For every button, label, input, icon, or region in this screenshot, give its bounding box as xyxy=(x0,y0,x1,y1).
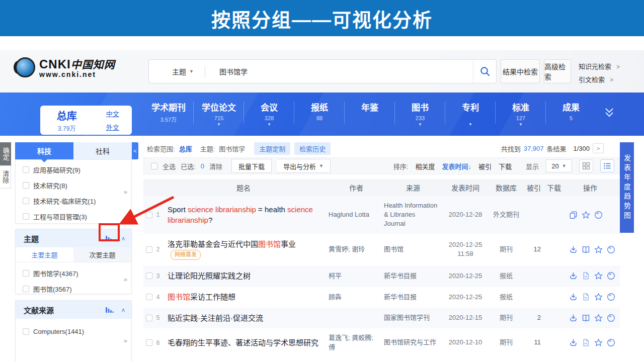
filter-option[interactable]: Computers(1441) xyxy=(23,328,131,335)
author-cell[interactable]: 黄雪婷; 谢玲 xyxy=(329,245,384,254)
star-button[interactable] xyxy=(594,293,603,301)
knowledge-search-link[interactable]: 知识元检索> xyxy=(579,61,620,71)
quote-button[interactable]: ” xyxy=(607,314,615,322)
clear-button[interactable]: 清除 xyxy=(0,165,11,189)
download-button[interactable] xyxy=(569,293,578,301)
download-button[interactable] xyxy=(569,338,578,347)
result-title-link[interactable]: Sport science librarianship = health sci… xyxy=(164,204,329,226)
quote-button[interactable]: ” xyxy=(607,245,615,254)
checkbox[interactable] xyxy=(23,286,29,292)
tab-sheke[interactable]: 社科 xyxy=(73,142,132,159)
doc-button[interactable] xyxy=(582,338,590,347)
nav-tab-报纸[interactable]: 报纸88 xyxy=(294,101,345,132)
grid-view-button[interactable] xyxy=(579,159,593,172)
search-button[interactable] xyxy=(473,60,496,83)
search-field-dropdown[interactable]: 主题 ▼ xyxy=(149,66,205,76)
expand-more-button[interactable]: » xyxy=(124,337,126,344)
quote-button[interactable]: ” xyxy=(607,272,615,280)
download-button[interactable] xyxy=(569,314,578,322)
star-button[interactable] xyxy=(594,245,603,254)
download-button[interactable] xyxy=(569,245,578,254)
clear-selection-button[interactable]: 清除 xyxy=(209,161,222,171)
copy-button[interactable] xyxy=(569,211,578,219)
cnki-logo[interactable]: CNKI中国知网 www.cnki.net xyxy=(15,56,115,78)
result-title-link[interactable]: 贴近实践·关注前沿·促进交流 xyxy=(164,313,329,324)
filter-option[interactable]: 工程与项目管理(3) xyxy=(23,212,131,221)
nav-more-chevron[interactable] xyxy=(602,107,617,122)
nav-tab-年鉴[interactable]: 年鉴 xyxy=(345,101,395,132)
sort-option-相关度[interactable]: 相关度 xyxy=(415,161,435,171)
cited-count-cell[interactable]: 12 xyxy=(524,245,544,254)
cited-count-cell[interactable]: 2 xyxy=(524,313,544,322)
checkbox[interactable] xyxy=(146,339,152,346)
sidebar-collapse-handle[interactable]: < xyxy=(132,142,138,159)
checkbox[interactable] xyxy=(146,212,152,218)
checkbox[interactable] xyxy=(23,182,29,189)
source-cell[interactable]: 图书馆研究与工作 xyxy=(384,338,442,347)
filter-option[interactable]: 应用基础研究(9) xyxy=(23,165,131,174)
nav-tab-会议[interactable]: 会议328▼ xyxy=(244,101,294,132)
publish-trend-tab[interactable]: 发表年度趋势图 xyxy=(620,142,634,233)
filter-option[interactable]: 图书馆学(4367) xyxy=(23,268,131,278)
bar-chart-icon[interactable] xyxy=(105,306,114,314)
result-title-link[interactable]: 让理论阳光照耀实践之树 xyxy=(164,270,329,282)
bar-chart-icon[interactable] xyxy=(105,235,114,242)
book-button[interactable] xyxy=(582,245,590,254)
result-title-link[interactable]: 洛克菲勒基金会与近代中国图书馆事业网络首发 xyxy=(164,239,329,261)
doc-button[interactable] xyxy=(582,293,590,301)
author-cell[interactable]: 顾犇 xyxy=(329,293,384,302)
sort-option-被引[interactable]: 被引 xyxy=(478,161,492,171)
star-button[interactable] xyxy=(594,272,603,280)
sort-option-发表时间[interactable]: 发表时间↓ xyxy=(442,161,471,171)
doc-button[interactable] xyxy=(582,272,590,280)
topic-custom-button[interactable]: 主题定制 xyxy=(254,142,290,155)
nav-tab-标准[interactable]: 标准127▼ xyxy=(496,101,546,132)
nav-tab-专利[interactable]: 专利▼ xyxy=(445,101,496,132)
author-cell[interactable]: 柯平 xyxy=(329,272,384,281)
star-button[interactable] xyxy=(594,338,603,347)
filter-option[interactable]: 技术研究-临床研究(1) xyxy=(23,196,131,206)
nav-tab-学术期刊[interactable]: 学术期刊3.57万 xyxy=(143,101,194,132)
list-view-button[interactable] xyxy=(600,159,614,172)
checkbox[interactable] xyxy=(146,315,152,321)
checkbox[interactable] xyxy=(23,166,29,173)
download-button[interactable] xyxy=(569,272,578,280)
cited-count-cell[interactable]: 11 xyxy=(524,338,544,347)
checkbox[interactable] xyxy=(23,198,29,204)
tab-keji[interactable]: 科技 xyxy=(15,142,73,159)
result-title-link[interactable]: 图书馆采访工作随想 xyxy=(164,292,329,303)
source-cell[interactable]: 新华书目报 xyxy=(384,293,442,302)
zongku-tab[interactable]: 总库 3.79万 中文 外文 xyxy=(40,106,132,135)
search-input[interactable]: 图书馆学 xyxy=(205,66,473,76)
export-analyze-button[interactable]: 导出与分析▼ xyxy=(277,159,331,173)
confirm-button[interactable]: 确定 xyxy=(0,142,11,165)
nav-tab-图书[interactable]: 图书233▼ xyxy=(395,101,445,132)
checkbox[interactable] xyxy=(23,270,29,277)
quote-button[interactable]: ” xyxy=(607,338,615,347)
citation-search-link[interactable]: 引文检索> xyxy=(579,74,613,84)
book-button[interactable] xyxy=(582,314,590,322)
lang-chinese-link[interactable]: 中文 xyxy=(106,109,119,118)
tab-secondary-topic[interactable]: 次要主题 xyxy=(73,247,131,262)
star-button[interactable] xyxy=(582,211,590,219)
sort-option-下载[interactable]: 下载 xyxy=(499,161,512,171)
caret-up-icon[interactable]: ∧ xyxy=(121,307,125,313)
source-cell[interactable]: Health Information & Libraries Journal xyxy=(384,201,442,229)
source-cell[interactable]: 国家图书馆学刊 xyxy=(384,313,442,322)
filter-option[interactable]: 图书馆(3567) xyxy=(23,284,131,294)
next-page-button[interactable]: > xyxy=(593,143,604,153)
search-in-results-button[interactable]: 结果中检索 xyxy=(501,59,540,83)
nav-tab-成果[interactable]: 成果5 xyxy=(546,101,596,132)
result-title-link[interactable]: 毛春翔的生平事迹、著述活动与学术思想研究 xyxy=(164,337,329,348)
tab-main-topic[interactable]: 主要主题 xyxy=(16,247,73,262)
scope-value[interactable]: 总库 xyxy=(179,144,192,153)
advanced-search-button[interactable]: 高级检索 xyxy=(544,59,571,83)
filter-option[interactable]: 技术研究(8) xyxy=(23,180,131,190)
quote-button[interactable]: ” xyxy=(607,293,615,301)
checkbox[interactable] xyxy=(23,328,29,335)
star-button[interactable] xyxy=(594,314,603,322)
select-all-label[interactable]: 全选 xyxy=(163,161,176,171)
checkbox[interactable] xyxy=(23,213,29,220)
lang-foreign-link[interactable]: 外文 xyxy=(106,122,119,132)
expand-more-button[interactable]: » xyxy=(124,188,126,196)
